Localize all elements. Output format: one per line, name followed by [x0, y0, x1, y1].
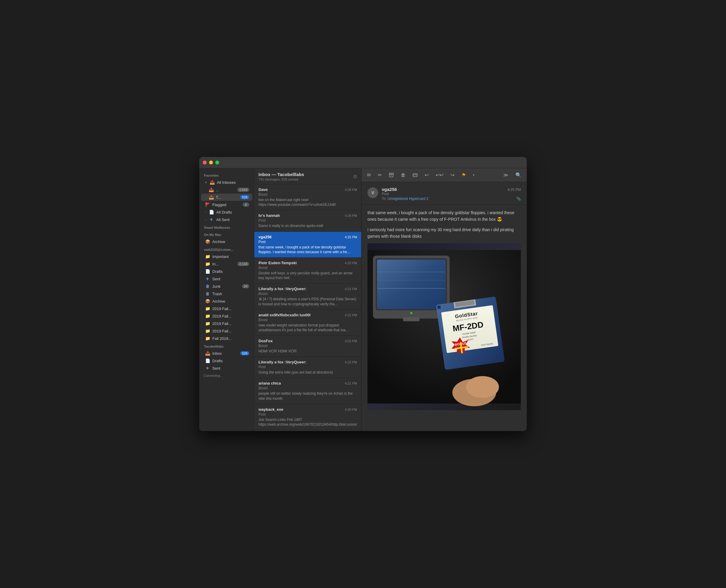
sidebar-item-label-archive-local: Archive: [212, 239, 249, 244]
archive-button[interactable]: [388, 172, 395, 179]
flag-button[interactable]: ⚑: [461, 171, 467, 179]
folder-icon-5: 📁: [205, 336, 210, 341]
sidebar-item-archive-nwk[interactable]: 📦 Archive: [201, 298, 252, 305]
search-button[interactable]: 🔍: [514, 171, 522, 179]
message-row-6[interactable]: anatil ex9fxf0xbcxa5n lux00l 4:22 PM Boo…: [254, 310, 361, 336]
sidebar-item-label-junk: Junk: [212, 284, 240, 289]
trash-button[interactable]: 🗑: [400, 171, 407, 179]
sidebar-item-flagged[interactable]: 🚩 Flagged 6: [201, 201, 252, 208]
sidebar-item-label-drafts-nwk: Drafts: [212, 269, 249, 274]
sidebar-item-label-2: ...: [216, 188, 235, 192]
sidebar-item-all-sent[interactable]: › ✈ All Sent: [201, 216, 252, 223]
sidebar-item-label-sent: All Sent: [216, 217, 249, 222]
sidebar-item-trash-nwk[interactable]: 🗑 Trash: [201, 290, 252, 297]
sidebar-item-all-drafts[interactable]: › 📄 All Drafts: [201, 209, 252, 216]
message-row-4[interactable]: Piotr Esden-Tempski 4:25 PM Boost Double…: [254, 258, 361, 284]
sidebar-item-drafts-taco[interactable]: 📄 Drafts: [201, 357, 252, 364]
sidebar-item-inbox-count[interactable]: 📥 ... 2,643: [201, 186, 252, 193]
msg-time-9: 4:21 PM: [345, 382, 357, 385]
trash-icon: 🗑: [205, 291, 210, 296]
reply-all-button[interactable]: ↩↩: [434, 171, 445, 179]
flag-dropdown-button[interactable]: ▾: [472, 172, 475, 178]
forward-button[interactable]: ↪: [449, 171, 455, 179]
sidebar-item-important[interactable]: 📁 Important: [201, 253, 252, 260]
sidebar-item-inbox-taco[interactable]: 📥 Inbox 526: [201, 350, 252, 357]
sidebar-item-label-drafts: All Drafts: [216, 210, 249, 214]
move-button[interactable]: [411, 172, 419, 179]
sidebar-item-folder5[interactable]: 📁 Fall 2019...: [201, 335, 252, 342]
inbox-count-badge: 2,643: [237, 188, 249, 192]
message-row-1[interactable]: Dave 4:28 PM Boost live on the Makercast…: [254, 184, 361, 210]
message-row-2[interactable]: tv's hannah 4:26 PM Post Damn it really …: [254, 210, 361, 231]
sidebar-item-sent-taco[interactable]: ✈ Sent: [201, 364, 252, 372]
message-row-9[interactable]: ariana chica 4:21 PM Boost people still …: [254, 378, 361, 404]
sent-icon-nwk: ✈: [205, 276, 210, 281]
sidebar-item-folder3[interactable]: 📁 2019 Fall...: [201, 320, 252, 327]
sidebar-item-folder2[interactable]: 📁 2019 Fall...: [201, 313, 252, 320]
flag-icon: 🚩: [205, 202, 210, 207]
email-image: GoldStar MICRO FLOPPY DISK MF-2DD Double…: [367, 243, 521, 410]
msg-preview-1: live on the Makercast right now! https:/…: [258, 197, 357, 207]
msg-type-8: Post: [258, 365, 357, 369]
message-list-title-group: Inbox — Tacobelllabs 731 messages, 526 u…: [258, 172, 304, 181]
message-row-8[interactable]: Literally a fox :VeryQueer: 4:22 PM Post…: [254, 357, 361, 378]
reading-pane: ✉ ✏ 🗑 ↩ ↩↩ ↪: [362, 168, 527, 431]
sidebar-item-folder1[interactable]: 📁 2019 Fall...: [201, 305, 252, 312]
sidebar-item-folder4[interactable]: 📁 2019 Fall...: [201, 327, 252, 335]
email-toolbar: ✉ ✏ 🗑 ↩ ↩↩ ↪: [362, 168, 527, 182]
sidebar-item-archive-local[interactable]: 📦 Archive: [201, 238, 252, 245]
email-to-address: Unregistered Hypercard 2: [387, 196, 428, 201]
msg-sender-9: ariana chica: [258, 381, 281, 385]
filter-icon[interactable]: ⊙: [353, 174, 357, 179]
sidebar-item-t-inbox[interactable]: 📥 T... 526: [201, 194, 252, 201]
svg-rect-14: [403, 317, 420, 321]
sidebar-item-sent-nwk[interactable]: ✈ Sent: [201, 275, 252, 282]
draft-icon-nwk: 📄: [205, 269, 210, 274]
msg-sender-3: vga256: [258, 235, 272, 239]
message-row-5[interactable]: Literally a fox :VeryQueer: 4:22 PM Boos…: [254, 284, 361, 310]
inbox-icon-2: 📥: [209, 187, 214, 192]
msg-top-5: Literally a fox :VeryQueer: 4:22 PM: [258, 287, 357, 291]
email-to: To: Unregistered Hypercard 2 📎: [382, 196, 521, 201]
close-button[interactable]: [203, 161, 207, 164]
message-row-7[interactable]: DosFox 4:22 PM Boost HDMI VCR! HDMI VCR!: [254, 336, 361, 357]
folder-icon-important: 📁: [205, 254, 210, 259]
sidebar-item-label-sent-taco: Sent: [212, 366, 249, 371]
message-row-10[interactable]: wayback_exe 4:20 PM Post Job Search Link…: [254, 404, 361, 430]
sidebar-item-inbox-nwk[interactable]: 📁 In... 2,143: [201, 260, 252, 268]
msg-sender-4: Piotr Esden-Tempski: [258, 261, 297, 265]
expand-button[interactable]: ≫: [502, 171, 510, 179]
msg-type-5: Boost: [258, 292, 357, 296]
sidebar-item-label-t: T...: [216, 195, 238, 200]
msg-top-4: Piotr Esden-Tempski 4:25 PM: [258, 261, 357, 265]
msg-preview-3: that same week, i bought a pack of low d…: [258, 245, 357, 254]
email-body: that same week, i bought a pack of low d…: [362, 205, 527, 431]
sidebar-item-label-trash: Trash: [212, 292, 249, 296]
message-row-3[interactable]: vga256 4:25 PM Post that same week, i bo…: [254, 232, 361, 258]
sidebar-item-junk-nwk[interactable]: 🗑 Junk 24: [201, 283, 252, 290]
sidebar-item-label: All Inboxes: [217, 180, 249, 185]
msg-sender-7: DosFox: [258, 339, 273, 343]
envelope-button[interactable]: ✉: [366, 171, 372, 179]
titlebar: [199, 157, 527, 168]
msg-type-7: Boost: [258, 344, 357, 348]
folder-icon-1: 📁: [205, 306, 210, 311]
sidebar-item-drafts-nwk[interactable]: 📄 Drafts: [201, 268, 252, 275]
reply-button[interactable]: ↩: [424, 171, 430, 179]
attachment-icon: 📎: [516, 196, 521, 201]
expand-icon: ▾: [205, 181, 207, 184]
minimize-button[interactable]: [209, 161, 213, 164]
archive-icon-nwk: 📦: [205, 299, 210, 303]
fullscreen-button[interactable]: [215, 161, 219, 164]
msg-sender-2: tv's hannah: [258, 213, 280, 218]
sidebar-item-all-inboxes[interactable]: ▾ 📥 All Inboxes: [201, 179, 252, 186]
msg-top-3: vga256 4:25 PM: [258, 235, 357, 239]
msg-type-4: Boost: [258, 266, 357, 270]
inbox-nwk-badge: 2,143: [237, 262, 249, 266]
sidebar-item-label-important: Important: [212, 254, 249, 259]
folder-icon-inbox: 📁: [205, 261, 210, 266]
sender-avatar: V: [367, 187, 378, 198]
compose-button[interactable]: ✏: [377, 171, 383, 179]
msg-top-7: DosFox 4:22 PM: [258, 339, 357, 343]
email-from: vga256: [382, 187, 397, 192]
